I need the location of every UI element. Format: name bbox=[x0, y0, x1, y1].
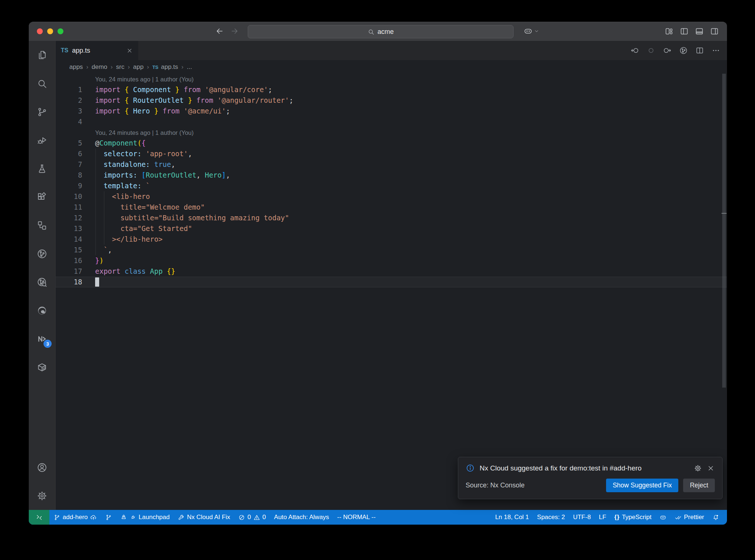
search-icon bbox=[36, 78, 48, 89]
notification-close-icon[interactable] bbox=[707, 464, 715, 472]
code-line-5[interactable]: 5@Component({ bbox=[56, 138, 727, 148]
activity-item-search[interactable] bbox=[29, 69, 55, 98]
line-number[interactable]: 6 bbox=[56, 148, 95, 159]
line-number[interactable]: 12 bbox=[56, 213, 95, 223]
activity-item-edge-tools[interactable] bbox=[29, 296, 55, 325]
close-window-button[interactable] bbox=[37, 28, 43, 34]
code-line-13[interactable]: 13 cta="Get Started" bbox=[56, 223, 727, 234]
line-number[interactable]: 13 bbox=[56, 223, 95, 234]
open-changes-next-icon[interactable] bbox=[663, 46, 672, 55]
code-line-8[interactable]: 8 imports: [RouterOutlet, Hero], bbox=[56, 170, 727, 181]
breadcrumb-item-demo[interactable]: demo bbox=[92, 63, 108, 71]
activity-item-containers[interactable] bbox=[29, 353, 55, 381]
code-line-16[interactable]: 16}) bbox=[56, 255, 727, 266]
status-copilot-status[interactable] bbox=[655, 510, 671, 525]
editor-scrollbar[interactable] bbox=[721, 74, 727, 510]
line-number[interactable]: 5 bbox=[56, 138, 95, 148]
activity-item-accounts[interactable] bbox=[29, 453, 55, 482]
code-line-18[interactable]: 18 bbox=[56, 277, 727, 287]
activity-item-nx-console[interactable]: 3 bbox=[29, 325, 55, 353]
forward-icon[interactable] bbox=[230, 27, 239, 36]
breadcrumb-item-src[interactable]: src bbox=[116, 63, 125, 71]
line-number[interactable]: 17 bbox=[56, 266, 95, 277]
minimize-window-button[interactable] bbox=[47, 28, 53, 34]
status-language[interactable]: {}TypeScript bbox=[610, 510, 655, 525]
line-number[interactable]: 1 bbox=[56, 84, 95, 95]
code-editor[interactable]: You, 24 minutes ago | 1 author (You)1imp… bbox=[56, 74, 727, 510]
code-line-10[interactable]: 10 <lib-hero bbox=[56, 191, 727, 202]
code-line-9[interactable]: 9 template: ` bbox=[56, 181, 727, 191]
code-line-4[interactable]: 4 bbox=[56, 116, 727, 127]
activity-item-extensions[interactable] bbox=[29, 183, 55, 211]
activity-item-project-hierarchy[interactable] bbox=[29, 211, 55, 239]
code-line-17[interactable]: 17export class App {} bbox=[56, 266, 727, 277]
activity-item-explorer[interactable] bbox=[29, 41, 55, 69]
revision-indicator-icon[interactable] bbox=[647, 46, 655, 55]
copilot-menu[interactable] bbox=[523, 27, 539, 36]
code-line-1[interactable]: 1import { Component } from '@angular/cor… bbox=[56, 84, 727, 95]
double-check-icon bbox=[675, 514, 682, 521]
activity-item-run-and-debug[interactable] bbox=[29, 126, 55, 154]
reject-button[interactable]: Reject bbox=[683, 479, 715, 492]
code-line-7[interactable]: 7 standalone: true, bbox=[56, 159, 727, 170]
status-vim-mode[interactable]: -- NORMAL -- bbox=[333, 510, 380, 525]
line-number[interactable]: 3 bbox=[56, 106, 95, 116]
line-number[interactable]: 15 bbox=[56, 245, 95, 255]
toggle-panel-icon[interactable] bbox=[695, 27, 704, 36]
status-notifications-bell[interactable] bbox=[708, 510, 723, 525]
status-cursor-position[interactable]: Ln 18, Col 1 bbox=[491, 510, 533, 525]
customize-layout-icon[interactable] bbox=[665, 27, 674, 36]
open-changes-previous-icon[interactable] bbox=[630, 46, 639, 55]
status-git-branch[interactable]: add-hero bbox=[49, 510, 101, 525]
line-number[interactable]: 4 bbox=[56, 116, 95, 127]
activity-item-gitlens-inspect[interactable] bbox=[29, 268, 55, 296]
status-eol[interactable]: LF bbox=[595, 510, 610, 525]
line-number[interactable]: 14 bbox=[56, 234, 95, 245]
tab-app-ts[interactable]: TS app.ts bbox=[56, 41, 138, 60]
line-number[interactable]: 18 bbox=[56, 277, 95, 287]
status-auto-attach[interactable]: Auto Attach: Always bbox=[270, 510, 333, 525]
breadcrumb-item-app[interactable]: app bbox=[133, 63, 143, 71]
code-line-2[interactable]: 2import { RouterOutlet } from '@angular/… bbox=[56, 95, 727, 106]
line-number[interactable]: 7 bbox=[56, 159, 95, 170]
breadcrumb-item--[interactable]: ... bbox=[187, 63, 192, 71]
status-prettier[interactable]: Prettier bbox=[671, 510, 708, 525]
status-launchpad[interactable]: Launchpad bbox=[116, 510, 174, 525]
code-line-14[interactable]: 14 ></lib-hero> bbox=[56, 234, 727, 245]
line-number[interactable]: 2 bbox=[56, 95, 95, 106]
activity-item-settings[interactable] bbox=[29, 482, 55, 510]
toggle-primary-sidebar-icon[interactable] bbox=[680, 27, 689, 36]
breadcrumb-item-app-ts[interactable]: TSapp.ts bbox=[152, 63, 178, 71]
activity-item-source-control[interactable] bbox=[29, 98, 55, 126]
line-number[interactable]: 11 bbox=[56, 202, 95, 213]
line-number[interactable]: 8 bbox=[56, 170, 95, 181]
line-number[interactable]: 10 bbox=[56, 191, 95, 202]
gitlens-graph-icon[interactable] bbox=[679, 46, 688, 55]
status-indentation[interactable]: Spaces: 2 bbox=[533, 510, 569, 525]
remote-indicator[interactable] bbox=[29, 510, 49, 525]
show-suggested-fix-button[interactable]: Show Suggested Fix bbox=[606, 479, 679, 492]
code-line-11[interactable]: 11 title="Welcmoe demo" bbox=[56, 202, 727, 213]
status-nx-cloud-ai-fix[interactable]: Nx Cloud AI Fix bbox=[174, 510, 234, 525]
toggle-secondary-sidebar-icon[interactable] bbox=[710, 27, 719, 36]
code-line-6[interactable]: 6 selector: 'app-root', bbox=[56, 148, 727, 159]
command-center-search[interactable]: acme bbox=[248, 25, 514, 38]
line-number[interactable]: 16 bbox=[56, 255, 95, 266]
split-editor-icon[interactable] bbox=[695, 46, 704, 55]
activity-item-gitlens[interactable] bbox=[29, 239, 55, 268]
code-line-12[interactable]: 12 subtitle="Build something amazing tod… bbox=[56, 213, 727, 223]
line-number[interactable]: 9 bbox=[56, 181, 95, 191]
more-actions-icon[interactable] bbox=[711, 46, 720, 55]
code-line-3[interactable]: 3import { Hero } from '@acme/ui'; bbox=[56, 106, 727, 116]
scrollbar-thumb[interactable] bbox=[722, 74, 726, 388]
breadcrumb-item-apps[interactable]: apps bbox=[69, 63, 83, 71]
activity-item-testing[interactable] bbox=[29, 154, 55, 183]
notification-settings-icon[interactable] bbox=[694, 464, 702, 472]
back-icon[interactable] bbox=[215, 27, 224, 36]
close-icon[interactable] bbox=[126, 47, 133, 54]
zoom-window-button[interactable] bbox=[58, 28, 63, 34]
status-problems[interactable]: 00 bbox=[234, 510, 270, 525]
status-encoding[interactable]: UTF-8 bbox=[569, 510, 595, 525]
code-line-15[interactable]: 15 `, bbox=[56, 245, 727, 255]
status-git-graph[interactable] bbox=[101, 510, 116, 525]
